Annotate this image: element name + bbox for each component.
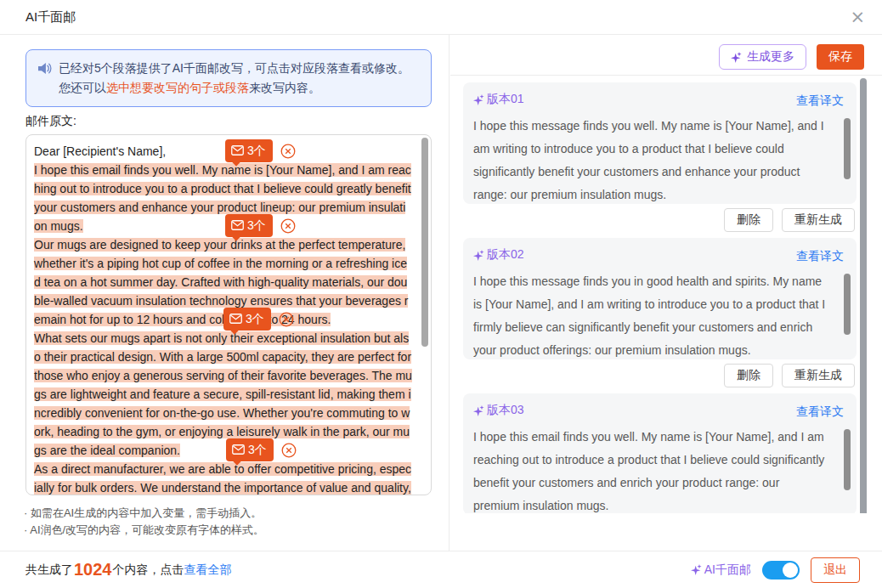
dismiss-badge-icon[interactable]	[280, 144, 296, 159]
versions-scroll-region: 版本01 查看译文 I hope this message finds you …	[450, 75, 882, 513]
sparkle-icon	[691, 564, 702, 575]
original-email-panel: 已经对5个段落提供了AI千面邮改写，可点击对应段落查看或修改。您还可以选中想要改…	[0, 35, 449, 551]
version-card-header: 版本02	[473, 247, 828, 263]
generated-summary-suffix: 个内容，点击	[113, 563, 184, 578]
notice-select-link[interactable]: 选中想要改写的句子或段落	[106, 81, 249, 94]
card-scrollbar[interactable]	[844, 429, 851, 490]
paragraph-version-badge[interactable]: 3个	[226, 438, 297, 461]
generated-versions-panel: 生成更多 保存 版本01 查看译文 I hope this message fi…	[450, 35, 882, 551]
email-greeting: Dear [Recipient's Name],	[34, 142, 412, 161]
exit-button[interactable]: 退出	[811, 557, 860, 583]
dialog-header: AI千面邮 ×	[0, 0, 882, 35]
delete-button[interactable]: 删除	[724, 364, 773, 387]
footnotes: · 如需在AI生成的内容中加入变量，需手动插入。 · AI润色/改写的内容，可能…	[24, 505, 264, 539]
versions-count-badge[interactable]: 3个	[225, 139, 273, 162]
paragraph-version-badge[interactable]: 3个	[223, 308, 294, 331]
versions-count-badge[interactable]: 3个	[226, 438, 274, 461]
delete-button[interactable]: 删除	[724, 208, 773, 232]
dialog-title: AI千面邮	[25, 9, 76, 25]
email-paragraph[interactable]: As a direct manufacturer, we are able to…	[34, 460, 412, 495]
toggle-knob	[783, 563, 798, 578]
version-card: 版本02 查看译文 I hope this message finds you …	[463, 238, 857, 359]
mail-icon	[229, 314, 242, 324]
ai-feature-toggle[interactable]	[762, 561, 800, 580]
mail-icon	[232, 444, 245, 455]
email-paragraph[interactable]: What sets our mugs apart is not only the…	[34, 329, 412, 460]
versions-toolbar: 生成更多 保存	[719, 44, 864, 70]
dismiss-badge-icon[interactable]	[279, 312, 294, 327]
save-button[interactable]: 保存	[817, 44, 864, 70]
card-scrollbar[interactable]	[844, 274, 851, 335]
card-scrollbar[interactable]	[844, 118, 851, 179]
email-paragraph[interactable]: I hope this email finds you well. My nam…	[34, 161, 412, 235]
version-label: 版本01	[473, 92, 524, 107]
version-actions: 删除 重新生成	[724, 208, 855, 232]
ai-notice-banner: 已经对5个段落提供了AI千面邮改写，可点击对应段落查看或修改。您还可以选中想要改…	[25, 49, 432, 107]
dialog-footer: 共生成了1024个内容，点击查看全部 AI千面邮 退出	[0, 551, 882, 588]
version-card-header: 版本01	[473, 92, 828, 107]
view-all-link[interactable]: 查看全部	[184, 563, 232, 578]
versions-panel-scrollbar[interactable]	[860, 78, 867, 513]
version-text[interactable]: I hope this message finds you in good he…	[473, 270, 828, 359]
view-translation-link[interactable]: 查看译文	[796, 93, 844, 109]
version-card: 版本03 查看译文 I hope this email finds you we…	[463, 393, 857, 513]
mail-icon	[231, 220, 244, 230]
version-text[interactable]: I hope this message finds you well. My n…	[473, 115, 828, 204]
sparkle-icon	[473, 94, 484, 105]
original-email-textarea[interactable]: Dear [Recipient's Name], I hope this ema…	[25, 134, 432, 495]
email-scrollbar[interactable]	[421, 138, 428, 347]
version-label: 版本02	[473, 247, 524, 263]
regenerate-button[interactable]: 重新生成	[782, 364, 855, 387]
footnote: · 如需在AI生成的内容中加入变量，需手动插入。	[24, 505, 264, 522]
footer-controls: AI千面邮 退出	[691, 557, 860, 583]
regenerate-button[interactable]: 重新生成	[782, 208, 855, 232]
ai-feature-label: AI千面邮	[691, 563, 751, 578]
generated-count: 1024	[74, 560, 112, 580]
versions-count-badge[interactable]: 3个	[225, 214, 273, 237]
view-translation-link[interactable]: 查看译文	[796, 404, 844, 420]
announcement-icon	[37, 62, 52, 75]
versions-count-badge[interactable]: 3个	[223, 308, 271, 331]
notice-text-suffix: 来改写内容。	[249, 81, 320, 94]
original-email-label: 邮件原文:	[25, 114, 76, 129]
paragraph-version-badge[interactable]: 3个	[225, 214, 296, 237]
version-card: 版本01 查看译文 I hope this message finds you …	[463, 82, 857, 204]
version-actions: 删除 重新生成	[724, 364, 855, 387]
sparkle-icon	[473, 405, 484, 416]
footnote: · AI润色/改写的内容，可能改变原有字体的样式。	[24, 522, 264, 539]
mail-icon	[231, 145, 244, 155]
sparkle-icon	[731, 52, 742, 63]
paragraph-version-badge[interactable]: 3个	[225, 139, 296, 162]
version-label: 版本03	[473, 403, 524, 418]
dismiss-badge-icon[interactable]	[280, 218, 296, 234]
sparkle-icon	[473, 250, 484, 261]
generated-summary-prefix: 共生成了	[25, 563, 73, 578]
generated-summary: 共生成了1024个内容，点击查看全部	[25, 560, 232, 580]
close-icon[interactable]: ×	[850, 8, 865, 26]
version-text[interactable]: I hope this email finds you well. My nam…	[473, 426, 828, 513]
dismiss-badge-icon[interactable]	[281, 443, 297, 458]
version-card-header: 版本03	[473, 403, 828, 418]
view-translation-link[interactable]: 查看译文	[796, 249, 844, 264]
generate-more-button[interactable]: 生成更多	[719, 44, 806, 70]
